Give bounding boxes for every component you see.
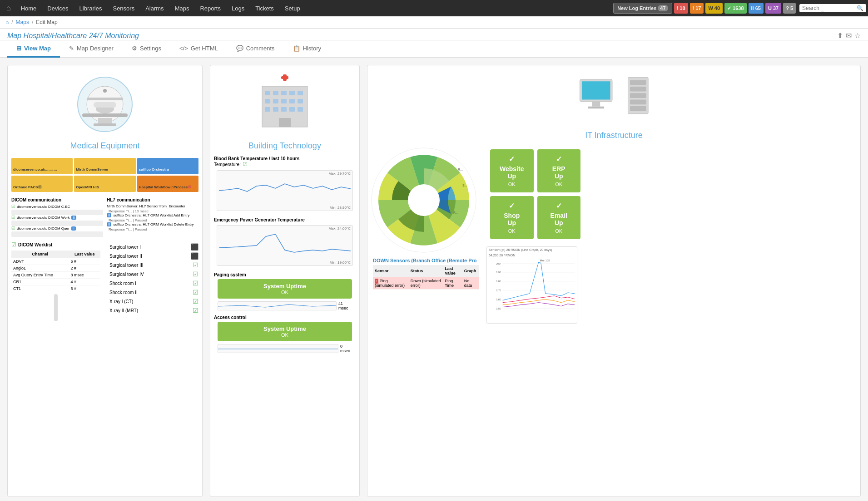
svg-point-6 bbox=[103, 89, 107, 93]
svg-rect-20 bbox=[289, 99, 295, 103]
svg-point-39 bbox=[408, 184, 440, 216]
sunburst-section: R... S... P... DOWN Sensors (Branch Offi… bbox=[369, 146, 483, 495]
email-icon[interactable]: ✉ bbox=[846, 31, 852, 40]
tab-settings[interactable]: ⚙ Settings bbox=[123, 40, 170, 58]
comm-row-1: ☑ dicomserver.co.uk: DICOM C-EC bbox=[11, 204, 103, 209]
access-uptime-button[interactable]: System Uptime OK bbox=[218, 322, 352, 341]
med-cell-openmri[interactable]: OpenMRI HIS bbox=[74, 176, 135, 192]
svg-rect-14 bbox=[281, 91, 287, 95]
building-panel-header: Building Technology bbox=[210, 65, 359, 154]
hl7-comm: HL7 communication Mirth CommServer: HL7 … bbox=[107, 197, 198, 237]
tab-map-designer[interactable]: ✎ Map Designer bbox=[60, 40, 123, 58]
surgical-row: X-ray I (CT) ☑ bbox=[109, 297, 198, 306]
svg-rect-25 bbox=[289, 107, 295, 112]
breadcrumb-current: Edit Map bbox=[36, 19, 57, 25]
dicom-row: CT16 # bbox=[11, 285, 100, 292]
building-technology-panel: Building Technology Blood Bank Temperatu… bbox=[210, 65, 360, 497]
settings-icon: ⚙ bbox=[132, 45, 137, 52]
tab-comments[interactable]: 💬 Comments bbox=[227, 40, 284, 58]
svg-rect-4 bbox=[87, 98, 123, 100]
svg-rect-22 bbox=[265, 107, 270, 112]
svg-rect-31 bbox=[588, 107, 604, 108]
map-designer-icon: ✎ bbox=[69, 45, 74, 52]
badge-warning-orange[interactable]: ! 17 bbox=[690, 3, 704, 14]
rmon-line-chart: 200 0.90 0.80 0.70 0.60 0.50 bbox=[487, 257, 577, 319]
svg-rect-33 bbox=[630, 80, 646, 85]
star-icon[interactable]: ☆ bbox=[854, 31, 861, 40]
breadcrumb-maps[interactable]: Maps bbox=[16, 19, 29, 25]
building-panel-title: Building Technology bbox=[214, 141, 356, 151]
it-panel-content: R... S... P... DOWN Sensors (Branch Offi… bbox=[367, 144, 860, 496]
svg-rect-37 bbox=[630, 106, 646, 111]
comments-icon: 💬 bbox=[236, 45, 243, 52]
export-icon[interactable]: ⬆ bbox=[837, 31, 843, 40]
main-content: Medical Equipment dicomserver.co.uk▪▪▪ ▪… bbox=[0, 58, 868, 501]
nav-setup[interactable]: Setup bbox=[279, 0, 306, 16]
sunburst-chart: R... S... P... bbox=[369, 146, 478, 255]
dicom-sparkline-3 bbox=[11, 231, 103, 237]
epg-chart: Max: 24.00°C Min: 19.00°C bbox=[217, 225, 353, 266]
nav-tickets[interactable]: Tickets bbox=[250, 0, 279, 16]
nav-sensors[interactable]: Sensors bbox=[107, 0, 140, 16]
erp-status-box[interactable]: ✓ ERP Up OK bbox=[537, 149, 581, 192]
paging-uptime-button[interactable]: System Uptime OK bbox=[218, 279, 352, 299]
svg-rect-13 bbox=[273, 91, 278, 95]
search-icon: 🔍 bbox=[857, 5, 863, 11]
nav-maps[interactable]: Maps bbox=[169, 0, 195, 16]
page-title-actions: ⬆ ✉ ☆ bbox=[837, 31, 861, 40]
dicom-sparkline-2 bbox=[11, 221, 103, 226]
new-log-entries-button[interactable]: New Log Entries 47 bbox=[613, 3, 672, 14]
surgical-row: Surgical tower III ☑ bbox=[109, 260, 198, 270]
surgical-row: Surgical tower II ⬛ bbox=[109, 251, 198, 260]
html-icon: </> bbox=[179, 45, 188, 52]
website-status-box[interactable]: ✓ Website Up OK bbox=[490, 149, 534, 192]
badge-unusual[interactable]: U 37 bbox=[765, 3, 781, 14]
down-sensor-row: ! Ping (simulated error) Down (simulated… bbox=[373, 277, 479, 290]
nav-alarms[interactable]: Alarms bbox=[140, 0, 169, 16]
med-cell-hospital-workflow[interactable]: Hospital Workflow / Process⊗ bbox=[137, 176, 198, 192]
tab-get-html[interactable]: </> Get HTML bbox=[170, 40, 227, 58]
tab-view-map[interactable]: ⊞ View Map bbox=[7, 40, 60, 58]
badge-ok[interactable]: ✓ 1638 bbox=[724, 3, 746, 14]
nav-libraries[interactable]: Libraries bbox=[74, 0, 108, 16]
surgical-row: Surgical tower IV ☑ bbox=[109, 270, 198, 279]
dicom-surgical-section: ☑ DICOM Worklist Channel Last Value bbox=[8, 239, 202, 496]
search-input[interactable] bbox=[802, 5, 857, 11]
badge-warning-yellow[interactable]: W 40 bbox=[705, 3, 723, 14]
dicom-row: CR14 # bbox=[11, 279, 100, 285]
comm-row-2: ☑ dicomserver.co.uk: DICOM Work II bbox=[11, 215, 103, 220]
surgical-row: Shock room I ☑ bbox=[109, 279, 198, 288]
med-cell-soffico[interactable]: soffico Orchestra bbox=[137, 158, 198, 174]
down-sensors-table: Sensor Status Last Value Graph ! Ping (s… bbox=[373, 265, 479, 290]
search-box[interactable]: 🔍 bbox=[799, 4, 866, 12]
surgical-row: Shock room II ☑ bbox=[109, 288, 198, 297]
it-right-section: ✓ Website Up OK ✓ ERP Up OK ✓ Shop U bbox=[486, 146, 584, 495]
nav-reports[interactable]: Reports bbox=[194, 0, 226, 16]
med-cell-orthanc[interactable]: Orthanc PACS⊞ bbox=[11, 176, 73, 192]
badge-critical[interactable]: ! 10 bbox=[674, 3, 688, 14]
nav-logs[interactable]: Logs bbox=[226, 0, 250, 16]
svg-text:0.80: 0.80 bbox=[496, 280, 501, 283]
shop-status-box[interactable]: ✓ Shop Up OK bbox=[490, 196, 534, 239]
svg-rect-24 bbox=[281, 107, 287, 112]
badge-unknown[interactable]: ? 5 bbox=[783, 3, 796, 14]
mini-line-chart: Sensor: (pt) 26 RMON (Line Graph, 20 day… bbox=[486, 246, 577, 324]
paging-system-section: Paging system System Uptime OK 41 msec bbox=[210, 270, 359, 313]
svg-text:R...: R... bbox=[458, 168, 463, 171]
med-cell-mirth[interactable]: Mirth CommServer bbox=[74, 158, 135, 174]
email-status-box[interactable]: ✓ Email Up OK bbox=[537, 196, 581, 239]
badge-paused[interactable]: II 65 bbox=[749, 3, 764, 14]
svg-rect-21 bbox=[298, 99, 303, 103]
breadcrumb-home[interactable]: ⌂ bbox=[5, 19, 9, 25]
nav-home[interactable]: Home bbox=[15, 0, 42, 16]
svg-text:0.50: 0.50 bbox=[496, 307, 501, 310]
home-nav-icon[interactable]: ⌂ bbox=[2, 0, 15, 16]
med-cell-dicom[interactable]: dicomserver.co.uk▪▪▪ ▪▪▪ ▪▪▪ bbox=[11, 158, 73, 174]
svg-rect-5 bbox=[82, 113, 128, 117]
tab-history[interactable]: 📋 History bbox=[284, 40, 330, 58]
status-grid: ✓ Website Up OK ✓ ERP Up OK ✓ Shop U bbox=[486, 146, 584, 243]
svg-rect-23 bbox=[273, 107, 278, 112]
scrollbar[interactable] bbox=[54, 294, 58, 321]
svg-rect-17 bbox=[265, 99, 270, 103]
nav-devices[interactable]: Devices bbox=[42, 0, 74, 16]
